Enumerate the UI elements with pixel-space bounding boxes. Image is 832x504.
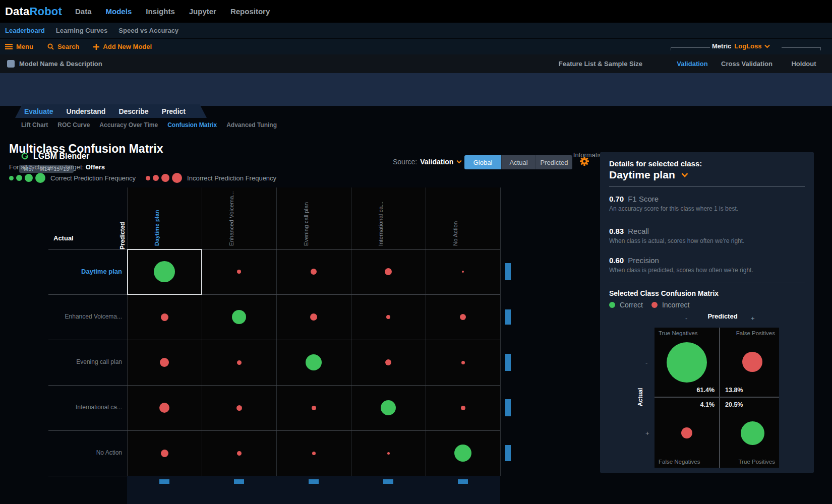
selected-class-dropdown[interactable]: Daytime plan [609, 169, 688, 181]
row-label-daytime-plan[interactable]: Daytime plan [48, 268, 122, 275]
column-label-international-ca[interactable]: International ca... [378, 190, 385, 246]
matrix-grid-line [48, 385, 500, 386]
tab-roc-curve[interactable]: ROC Curve [57, 121, 90, 129]
nav-item-repository[interactable]: Repository [230, 7, 270, 16]
tab-predict[interactable]: Predict [162, 107, 186, 115]
incorrect-label: Incorrect [662, 301, 689, 309]
incorrect-bubble[interactable] [387, 452, 390, 455]
chevron-down-icon [764, 44, 770, 48]
row-label-no-action[interactable]: No Action [48, 449, 122, 456]
incorrect-bubble[interactable] [461, 406, 465, 410]
model-row[interactable]: LGBM Blender M57M14+15+13 Informative Fe… [0, 73, 832, 106]
column-validation[interactable]: Validation [667, 60, 718, 68]
row-frequency-bar [505, 399, 511, 416]
datarobot-logo[interactable]: DataRobot [5, 5, 62, 18]
selected-cell-highlight[interactable] [127, 249, 202, 295]
column-frequency-bar [458, 479, 468, 484]
tab-accuracy-over-time[interactable]: Accuracy Over Time [99, 121, 158, 129]
search-icon [47, 43, 54, 50]
column-holdout[interactable]: Holdout [779, 60, 829, 68]
incorrect-bubble[interactable] [161, 313, 168, 321]
incorrect-bubble[interactable] [161, 450, 168, 457]
row-label-international-ca[interactable]: International ca... [48, 404, 122, 411]
source-selector[interactable]: Source: Validation [393, 158, 462, 166]
chevron-down-icon [456, 160, 462, 164]
tab-evaluate[interactable]: Evaluate [24, 107, 53, 115]
tab-describe[interactable]: Describe [118, 107, 148, 115]
menu-label: Menu [16, 43, 33, 50]
incorrect-bubble[interactable] [237, 360, 242, 365]
row-label-evening-call-plan[interactable]: Evening call plan [48, 358, 122, 365]
column-label-daytime-plan[interactable]: Daytime plan [154, 190, 161, 246]
add-new-model-button[interactable]: Add New Model [93, 43, 152, 50]
tn-percentage: 61.4% [684, 387, 715, 394]
tab-confusion-matrix[interactable]: Confusion Matrix [167, 121, 217, 129]
source-label: Source: [393, 158, 417, 166]
subnav-item-speed-vs-accuracy[interactable]: Speed vs Accuracy [118, 27, 179, 34]
column-cross-validation[interactable]: Cross Validation [711, 60, 782, 68]
nav-item-data[interactable]: Data [75, 7, 92, 16]
incorrect-bubble[interactable] [237, 270, 241, 274]
incorrect-bubble[interactable] [460, 314, 466, 320]
incorrect-bubble[interactable] [386, 315, 390, 319]
metric-name: Recall [628, 227, 649, 235]
incorrect-bubble[interactable] [310, 313, 317, 321]
metric-selector[interactable]: Metric LogLoss [712, 42, 770, 50]
incorrect-bubble[interactable] [237, 451, 242, 456]
metric-precision: 0.60Precision [609, 256, 659, 265]
incorrect-bubble[interactable] [385, 359, 391, 365]
tab-understand[interactable]: Understand [67, 107, 106, 115]
column-label-evening-call-plan[interactable]: Evening call plan [303, 190, 310, 246]
incorrect-bubble[interactable] [462, 271, 464, 273]
tab-advanced-tuning[interactable]: Advanced Tuning [226, 121, 277, 129]
nav-item-jupyter[interactable]: Jupyter [189, 7, 216, 16]
incorrect-bubble[interactable] [236, 405, 242, 411]
metric-description: When class is predicted, scores how ofte… [609, 267, 753, 274]
correct-bubble[interactable] [232, 310, 246, 324]
legend-dot-icon [25, 174, 33, 182]
nav-item-insights[interactable]: Insights [146, 7, 175, 16]
search-button[interactable]: Search [47, 43, 79, 50]
toggle-global[interactable]: Global [464, 155, 502, 169]
row-label-enhanced-voicema[interactable]: Enhanced Voicema... [48, 313, 122, 320]
incorrect-bubble[interactable] [312, 406, 316, 410]
metric-bracket-right [782, 47, 821, 50]
hamburger-icon [5, 44, 13, 49]
selected-matrix-title: Selected Class Confusion Matrix [609, 289, 719, 297]
add-new-model-label: Add New Model [103, 43, 152, 50]
tab-lift-chart[interactable]: Lift Chart [21, 121, 48, 129]
correct-legend-label: Correct Prediction Frequency [50, 174, 136, 182]
menu-button[interactable]: Menu [5, 43, 33, 50]
select-all-checkbox[interactable] [7, 60, 15, 68]
subnav-item-leaderboard[interactable]: Leaderboard [5, 27, 45, 34]
column-label-enhanced-voicema[interactable]: Enhanced Voicema... [228, 190, 235, 246]
divider [609, 283, 805, 283]
column-label-no-action[interactable]: No Action [452, 190, 459, 246]
subnav-item-learning-curves[interactable]: Learning Curves [56, 27, 108, 34]
correct-legend-dots [9, 173, 45, 183]
incorrect-bubble[interactable] [311, 269, 317, 275]
incorrect-dot-icon [651, 302, 658, 308]
gear-icon[interactable] [579, 156, 590, 167]
incorrect-bubble[interactable] [312, 452, 316, 455]
incorrect-bubble[interactable] [461, 361, 465, 364]
toggle-predicted[interactable]: Predicted [536, 155, 572, 169]
correct-bubble[interactable] [454, 445, 471, 462]
chevron-down-icon [681, 172, 688, 177]
predicted-minus-sign: - [685, 314, 687, 322]
toggle-actual[interactable]: Actual [502, 155, 536, 169]
incorrect-bubble[interactable] [160, 358, 169, 367]
metric-name: F1 Score [628, 195, 659, 203]
nav-item-models[interactable]: Models [106, 7, 132, 16]
correct-label: Correct [620, 301, 643, 309]
matrix-grid-line [351, 187, 351, 476]
correct-bubble[interactable] [306, 354, 322, 370]
metric-value: LogLoss [734, 42, 761, 50]
metric-f1-score: 0.70F1 Score [609, 195, 659, 203]
incorrect-bubble[interactable] [159, 403, 169, 413]
metric-description: An accuracy score for this class where 1… [609, 205, 738, 212]
correct-bubble[interactable] [381, 400, 396, 415]
predicted-axis-label: Predicted [119, 209, 126, 249]
model-tabs: EvaluateUnderstandDescribePredict [15, 104, 207, 118]
incorrect-bubble[interactable] [385, 268, 392, 275]
